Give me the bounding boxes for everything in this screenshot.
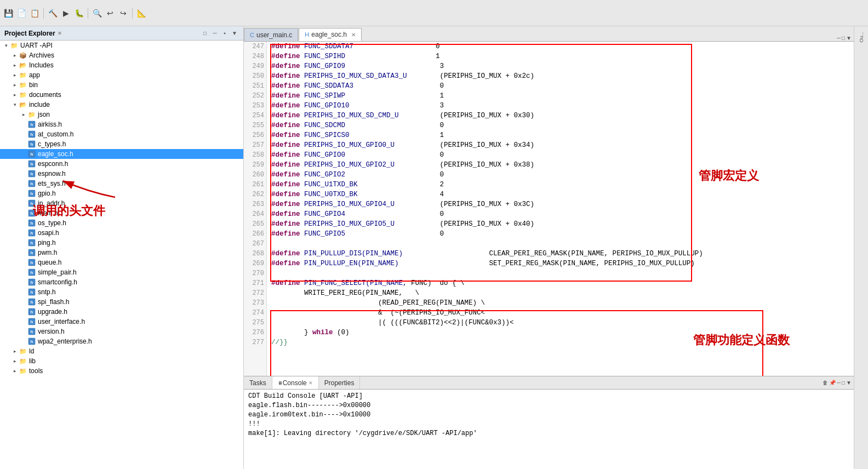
- console-pin-btn[interactable]: 📌: [829, 380, 836, 386]
- panel-menu-btn[interactable]: ▼: [230, 29, 239, 38]
- tree-item-os_type.h[interactable]: hos_type.h: [0, 218, 243, 228]
- code-line-264: #define FUNC_GPIO4 0: [271, 209, 849, 219]
- tree-item-version.h[interactable]: hversion.h: [0, 327, 243, 336]
- project-tree[interactable]: ▾📁UART -API▸📦Archives▸📂Includes▸📁app▸📁bi…: [0, 41, 243, 469]
- panel-max-btn[interactable]: ▪: [220, 29, 229, 38]
- label-include: include: [29, 101, 50, 108]
- toolbar-debug-btn[interactable]: 🐛: [73, 7, 85, 19]
- toolbar-btn-2[interactable]: 📋: [28, 7, 41, 19]
- tree-item-at_custom.h[interactable]: hat_custom.h: [0, 129, 243, 139]
- tree-item-spi_flash.h[interactable]: hspi_flash.h: [0, 297, 243, 307]
- panel-min-btn[interactable]: ─: [210, 29, 219, 38]
- arrow-archives: ▸: [11, 53, 19, 58]
- tab-min-btn[interactable]: ─: [837, 35, 841, 41]
- icon-wpa2_enterprise.h: h: [27, 337, 36, 346]
- line-num-247: 247: [246, 42, 264, 52]
- icon-includes: 📂: [19, 61, 27, 70]
- tree-item-archives[interactable]: ▸📦Archives: [0, 50, 243, 60]
- tree-item-include[interactable]: ▾📂include: [0, 100, 243, 110]
- tree-item-lib[interactable]: ▸📁lib: [0, 356, 243, 366]
- tab-console[interactable]: 🖥 Console ✕: [272, 376, 319, 389]
- tab-tasks[interactable]: Tasks: [244, 376, 272, 389]
- code-line-261: #define FUNC_U1TXD_BK 2: [271, 180, 849, 190]
- console-line-2: eagle.irom0text.bin---->0x10000: [248, 410, 849, 420]
- tree-item-airkiss.h[interactable]: hairkiss.h: [0, 119, 243, 129]
- line-num-255: 255: [246, 121, 264, 130]
- tree-item-queue.h[interactable]: hqueue.h: [0, 258, 243, 267]
- tree-item-wpa2_enterprise.h[interactable]: hwpa2_enterprise.h: [0, 336, 243, 346]
- label-wpa2_enterprise.h: wpa2_enterprise.h: [38, 338, 92, 345]
- tree-item-eagle_soc.h[interactable]: heagle_soc.h: [0, 149, 243, 159]
- svg-text:h: h: [31, 300, 33, 305]
- code-line-265: #define PERIPHS_IO_MUX_GPIO5_U (PERIPHS_…: [271, 219, 849, 229]
- label-simple_pair.h: simple_pair.h: [38, 268, 77, 276]
- tree-item-upgrade.h[interactable]: hupgrade.h: [0, 307, 243, 317]
- toolbar-btn-1[interactable]: 📄: [15, 7, 27, 19]
- tab-max-btn[interactable]: □: [842, 35, 845, 41]
- tree-item-pwm.h[interactable]: hpwm.h: [0, 248, 243, 258]
- tree-item-ping.h[interactable]: hping.h: [0, 238, 243, 248]
- console-menu-btn[interactable]: ▼: [846, 380, 852, 386]
- code-lines[interactable]: #define FUNC_SDDATA7 0#define FUNC_SPIHD…: [267, 42, 854, 376]
- tree-item-smartconfig.h[interactable]: hsmartconfig.h: [0, 277, 243, 287]
- tab-console-x[interactable]: ✕: [309, 380, 313, 386]
- tab-properties[interactable]: Properties: [319, 376, 361, 389]
- icon-bin: 📁: [19, 81, 27, 89]
- tree-item-espconn.h[interactable]: hespconn.h: [0, 159, 243, 169]
- toolbar-build-btn[interactable]: 🔨: [47, 7, 59, 19]
- tree-item-app[interactable]: ▸📁app: [0, 70, 243, 80]
- toolbar-ref-btn[interactable]: ↩: [104, 7, 116, 19]
- toolbar-perspective-btn[interactable]: 📐: [135, 7, 147, 19]
- svg-text:h: h: [31, 221, 33, 226]
- panel-collapse-btn[interactable]: □: [201, 29, 209, 38]
- label-espconn.h: espconn.h: [38, 160, 68, 168]
- tree-item-includes[interactable]: ▸📂Includes: [0, 60, 243, 70]
- icon-uart-api: 📁: [10, 41, 19, 50]
- code-line-249: #define FUNC_GPIO9 3: [271, 61, 849, 71]
- tree-item-osapi.h[interactable]: hosapi.h: [0, 228, 243, 238]
- panel-title-x[interactable]: ✕: [58, 31, 62, 36]
- line-num-270: 270: [246, 268, 264, 278]
- panel-title-area: Project Explorer ✕: [4, 30, 62, 37]
- tree-item-bin[interactable]: ▸📁bin: [0, 80, 243, 90]
- tree-item-ld[interactable]: ▸📁ld: [0, 346, 243, 356]
- icon-os_type.h: h: [27, 219, 36, 227]
- tab-eagle-soc[interactable]: H eagle_soc.h ✕: [299, 28, 362, 41]
- console-clear-btn[interactable]: 🗑: [823, 380, 828, 386]
- console-output: CDT Build Console [UART -API]eagle.flash…: [244, 390, 854, 469]
- icon-espconn.h: h: [27, 159, 36, 168]
- tree-item-uart-api[interactable]: ▾📁UART -API: [0, 41, 243, 50]
- toolbar-fwd-btn[interactable]: ↪: [117, 7, 129, 19]
- arrow-json: ▸: [20, 112, 27, 117]
- line-num-264: 264: [246, 209, 264, 219]
- line-num-251: 251: [246, 81, 264, 91]
- tree-item-tools[interactable]: ▸📁tools: [0, 366, 243, 376]
- tab-menu-btn[interactable]: ▼: [846, 35, 852, 41]
- main-layout: Project Explorer ✕ □ ─ ▪ ▼ ▾📁UART -API▸📦…: [0, 26, 868, 469]
- tree-item-gpio.h[interactable]: hgpio.h: [0, 188, 243, 198]
- console-min-btn[interactable]: ─: [837, 380, 841, 386]
- tree-item-simple_pair.h[interactable]: hsimple_pair.h: [0, 267, 243, 277]
- tree-item-mem.h[interactable]: hmem.h: [0, 208, 243, 218]
- tree-item-sntp.h[interactable]: hsntp.h: [0, 287, 243, 297]
- tree-item-user_interface.h[interactable]: huser_interface.h: [0, 317, 243, 327]
- tab-user-main[interactable]: C user_main.c: [244, 28, 298, 41]
- label-at_custom.h: at_custom.h: [38, 130, 73, 138]
- code-line-258: #define FUNC_GPIO0 0: [271, 150, 849, 160]
- icon-ip_addr.h: h: [27, 199, 36, 208]
- svg-text:h: h: [31, 132, 33, 137]
- code-content[interactable]: 2472482492502512522532542552562572582592…: [244, 42, 854, 376]
- toolbar-save-btn[interactable]: 💾: [2, 7, 14, 19]
- tree-item-ets_sys.h[interactable]: hets_sys.h: [0, 179, 243, 188]
- toolbar-run-btn[interactable]: ▶: [60, 7, 72, 19]
- label-bin: bin: [29, 81, 38, 89]
- tree-item-documents[interactable]: ▸📁documents: [0, 90, 243, 100]
- tree-item-c_types.h[interactable]: hc_types.h: [0, 139, 243, 149]
- code-line-277: //}}: [271, 338, 849, 347]
- tab-eagle-soc-close[interactable]: ✕: [351, 32, 356, 38]
- tree-item-espnow.h[interactable]: hespnow.h: [0, 169, 243, 179]
- tree-item-ip_addr.h[interactable]: hip_addr.h: [0, 198, 243, 208]
- console-max-btn[interactable]: □: [842, 380, 845, 386]
- tree-item-json[interactable]: ▸📁json: [0, 110, 243, 119]
- toolbar-search-btn[interactable]: 🔍: [91, 7, 103, 19]
